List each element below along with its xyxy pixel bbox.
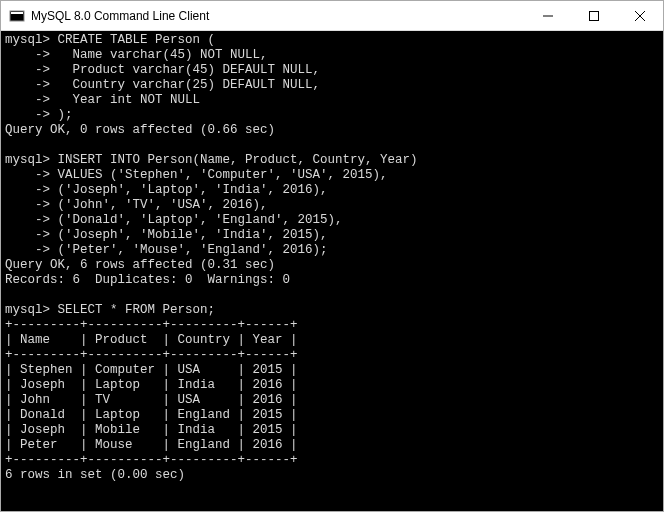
svg-rect-3 [590, 11, 599, 20]
table-sep: +---------+----------+---------+------+ [5, 348, 298, 362]
cont-prompt: -> [5, 63, 50, 77]
sql-line: ('Donald', 'Laptop', 'England', 2015), [58, 213, 343, 227]
sql-line: Name varchar(45) NOT NULL, [58, 48, 268, 62]
sql-line: INSERT INTO Person(Name, Product, Countr… [58, 153, 418, 167]
table-sep: +---------+----------+---------+------+ [5, 453, 298, 467]
minimize-button[interactable] [525, 1, 571, 30]
cont-prompt: -> [5, 228, 50, 242]
prompt: mysql> [5, 33, 50, 47]
cont-prompt: -> [5, 108, 50, 122]
sql-line: VALUES ('Stephen', 'Computer', 'USA', 20… [58, 168, 388, 182]
sql-line: ('Peter', 'Mouse', 'England', 2016); [58, 243, 328, 257]
svg-rect-1 [11, 12, 23, 14]
cont-prompt: -> [5, 198, 50, 212]
cont-prompt: -> [5, 93, 50, 107]
cont-prompt: -> [5, 168, 50, 182]
table-row: | Peter | Mouse | England | 2016 | [5, 438, 298, 452]
sql-line: Product varchar(45) DEFAULT NULL, [58, 63, 321, 77]
sql-line: ('Joseph', 'Laptop', 'India', 2016), [58, 183, 328, 197]
sql-line: Year int NOT NULL [58, 93, 201, 107]
sql-line: ('Joseph', 'Mobile', 'India', 2015), [58, 228, 328, 242]
query-result: Query OK, 6 rows affected (0.31 sec) [5, 258, 275, 272]
table-header: | Name | Product | Country | Year | [5, 333, 298, 347]
cont-prompt: -> [5, 243, 50, 257]
prompt: mysql> [5, 303, 50, 317]
sql-line: ('John', 'TV', 'USA', 2016), [58, 198, 268, 212]
close-button[interactable] [617, 1, 663, 30]
sql-line: CREATE TABLE Person ( [58, 33, 216, 47]
table-row: | Donald | Laptop | England | 2015 | [5, 408, 298, 422]
cont-prompt: -> [5, 183, 50, 197]
terminal-output[interactable]: mysql> CREATE TABLE Person ( -> Name var… [1, 31, 663, 511]
window-title: MySQL 8.0 Command Line Client [31, 9, 525, 23]
table-row: | Stephen | Computer | USA | 2015 | [5, 363, 298, 377]
maximize-button[interactable] [571, 1, 617, 30]
query-result: 6 rows in set (0.00 sec) [5, 468, 185, 482]
table-sep: +---------+----------+---------+------+ [5, 318, 298, 332]
sql-line: ); [58, 108, 73, 122]
cont-prompt: -> [5, 78, 50, 92]
sql-line: SELECT * FROM Person; [58, 303, 216, 317]
sql-line: Country varchar(25) DEFAULT NULL, [58, 78, 321, 92]
cont-prompt: -> [5, 48, 50, 62]
query-result: Records: 6 Duplicates: 0 Warnings: 0 [5, 273, 290, 287]
app-icon [9, 8, 25, 24]
cont-prompt: -> [5, 213, 50, 227]
table-row: | Joseph | Laptop | India | 2016 | [5, 378, 298, 392]
table-row: | Joseph | Mobile | India | 2015 | [5, 423, 298, 437]
table-row: | John | TV | USA | 2016 | [5, 393, 298, 407]
window-controls [525, 1, 663, 30]
titlebar: MySQL 8.0 Command Line Client [1, 1, 663, 31]
prompt: mysql> [5, 153, 50, 167]
query-result: Query OK, 0 rows affected (0.66 sec) [5, 123, 275, 137]
